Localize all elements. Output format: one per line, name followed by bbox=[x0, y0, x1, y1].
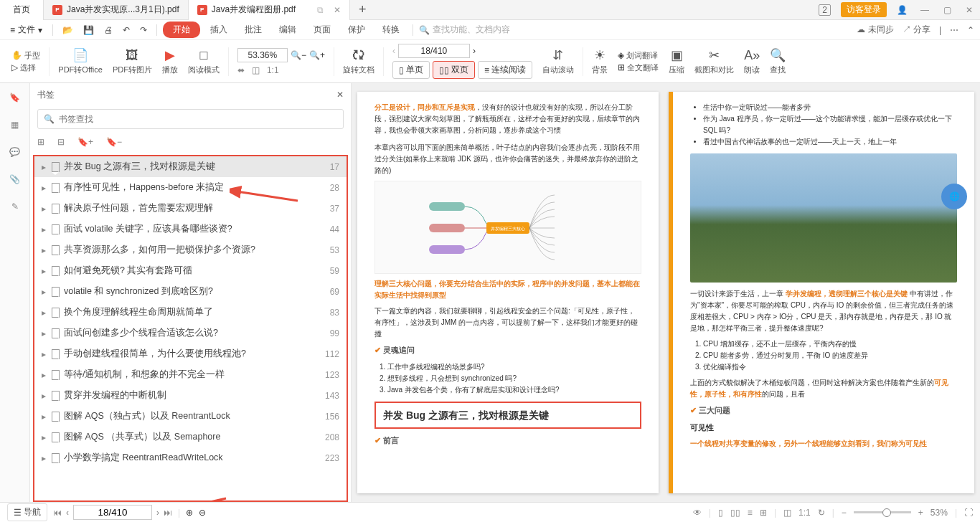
bookmark-search[interactable]: 🔍 bbox=[37, 109, 344, 129]
menu-annotate[interactable]: 批注 bbox=[237, 21, 269, 39]
bookmark-item[interactable]: ▸贯穿并发编程的中断机制143 bbox=[34, 385, 347, 406]
view-double-icon[interactable]: ▯▯ bbox=[730, 508, 740, 518]
menu-edit[interactable]: 编辑 bbox=[272, 21, 303, 39]
auto-scroll[interactable]: ⇵自动滚动 bbox=[538, 47, 578, 75]
view-single-icon[interactable]: ▯ bbox=[718, 508, 723, 518]
expand-icon[interactable]: ▸ bbox=[42, 266, 47, 276]
menu-protect[interactable]: 保护 bbox=[341, 21, 372, 39]
bookmark-item[interactable]: ▸手动创建线程很简单，为什么要使用线程池?112 bbox=[34, 343, 347, 364]
expand-icon[interactable]: ▸ bbox=[42, 453, 47, 463]
background[interactable]: ☀背景 bbox=[588, 47, 612, 75]
actual-size-icon[interactable]: 1:1 bbox=[267, 65, 279, 75]
collapse-ribbon-icon[interactable]: ⌃ bbox=[967, 25, 974, 35]
save-icon[interactable]: 💾 bbox=[80, 23, 98, 37]
undo-icon[interactable]: ↶ bbox=[119, 23, 133, 37]
expand-icon[interactable]: ▸ bbox=[42, 162, 47, 172]
zoom-out-icon[interactable]: 🔍− bbox=[291, 50, 306, 60]
expand-icon[interactable]: ▸ bbox=[42, 224, 47, 234]
eye-icon[interactable]: 👁 bbox=[693, 508, 702, 518]
tab-detach-icon[interactable]: ⧉ bbox=[317, 5, 324, 15]
expand-icon[interactable]: ▸ bbox=[42, 328, 47, 338]
add-page-icon[interactable]: ⊕ bbox=[186, 508, 193, 518]
double-page[interactable]: ▯▯ 双页 bbox=[433, 61, 475, 79]
pdf-to-image[interactable]: 🖼PDF转图片 bbox=[108, 48, 156, 75]
nav-toggle[interactable]: ☰ 导航 bbox=[7, 503, 47, 521]
read-aloud[interactable]: A»朗读 bbox=[740, 48, 764, 75]
expand-icon[interactable]: ▸ bbox=[42, 412, 47, 422]
rotate-doc[interactable]: 🗘旋转文档 bbox=[339, 48, 379, 75]
bookmark-item[interactable]: ▸等待/通知机制，和想象的并不完全一样123 bbox=[34, 364, 347, 385]
global-search[interactable]: 🔍 查找功能、文档内容 bbox=[419, 24, 510, 36]
word-translate[interactable]: ◈ 划词翻译 bbox=[618, 50, 659, 61]
bookmark-item[interactable]: ▸volatile 和 synchronized 到底啥区别?69 bbox=[34, 281, 347, 302]
find[interactable]: 🔍查找 bbox=[765, 47, 790, 75]
delete-bookmark-icon[interactable]: 🔖− bbox=[106, 137, 122, 147]
login-button[interactable]: 访客登录 bbox=[841, 2, 887, 17]
zoom-input[interactable]: 53.36% bbox=[237, 48, 288, 62]
bookmark-item[interactable]: ▸共享资源那么多，如何用一把锁保护多个资源?53 bbox=[34, 239, 347, 260]
menu-insert[interactable]: 插入 bbox=[203, 21, 235, 39]
collapse-all-icon[interactable]: ⊟ bbox=[57, 137, 65, 147]
minimize-icon[interactable]: — bbox=[913, 5, 936, 15]
add-bookmark-icon[interactable]: 🔖+ bbox=[77, 137, 93, 147]
zoom-value[interactable]: 53% bbox=[930, 508, 948, 518]
bookmark-item[interactable]: ▸小学数学搞定 ReentrantReadWriteLock223 bbox=[34, 447, 347, 468]
read-mode[interactable]: □阅读模式 bbox=[184, 48, 224, 75]
attachment-icon[interactable]: 📎 bbox=[6, 171, 24, 188]
zoom-in-icon[interactable]: + bbox=[918, 508, 923, 518]
single-page[interactable]: ▯ 单页 bbox=[392, 61, 430, 79]
bookmark-item[interactable]: ▸图解 AQS （共享式）以及 Semaphore208 bbox=[34, 427, 347, 447]
bookmark-item[interactable]: ▸并发 Bug 之源有三，找对根源是关键17 bbox=[34, 156, 347, 177]
play-button[interactable]: ▶播放 bbox=[158, 47, 182, 75]
thumbnail-icon[interactable]: ▦ bbox=[6, 116, 24, 133]
expand-icon[interactable]: ▸ bbox=[42, 370, 47, 380]
bookmark-item[interactable]: ▸面试问创建多少个线程合适该怎么说?99 bbox=[34, 323, 347, 343]
close-icon[interactable]: ✕ bbox=[334, 5, 341, 15]
expand-icon[interactable]: ▸ bbox=[42, 349, 47, 359]
avatar-icon[interactable]: 👤 bbox=[891, 0, 913, 20]
view-grid-icon[interactable]: ⊞ bbox=[760, 508, 767, 518]
continuous-read[interactable]: ≡ 连续阅读 bbox=[478, 61, 532, 79]
hand-tool[interactable]: ✋ 手型 bbox=[11, 50, 40, 61]
page-prev-icon[interactable]: ‹ bbox=[392, 46, 395, 56]
menu-page[interactable]: 页面 bbox=[306, 21, 338, 39]
open-icon[interactable]: 📂 bbox=[59, 23, 77, 37]
page-next-icon[interactable]: › bbox=[473, 46, 476, 56]
first-page-icon[interactable]: ⏮ bbox=[53, 508, 62, 518]
fit-icon[interactable]: ◫ bbox=[783, 508, 791, 518]
rotate-icon[interactable]: ↻ bbox=[818, 508, 825, 518]
tab-file-2[interactable]: P Java并发编程图册.pdf ⧉ ✕ bbox=[189, 0, 350, 20]
full-translate[interactable]: ⊞ 全文翻译 bbox=[618, 62, 659, 73]
next-page-icon[interactable]: › bbox=[156, 508, 159, 518]
fullscreen-icon[interactable]: ⛶ bbox=[964, 508, 973, 518]
remove-page-icon[interactable]: ⊖ bbox=[199, 508, 206, 518]
prev-page-icon[interactable]: ‹ bbox=[66, 508, 69, 518]
menu-start[interactable]: 开始 bbox=[163, 22, 200, 38]
select-tool[interactable]: ▷ 选择 bbox=[11, 62, 40, 73]
bookmark-item[interactable]: ▸面试 volatile 关键字，应该具备哪些谈资?44 bbox=[34, 219, 347, 239]
page-input-bottom[interactable] bbox=[73, 505, 152, 520]
expand-all-icon[interactable]: ⊞ bbox=[37, 137, 44, 147]
more-menu-icon[interactable]: ⋯ bbox=[950, 25, 958, 35]
expand-icon[interactable]: ▸ bbox=[42, 308, 47, 318]
page-number-input[interactable]: 18/410 bbox=[398, 44, 470, 58]
tab-home[interactable]: 首页 bbox=[0, 0, 44, 20]
zoom-out-icon[interactable]: − bbox=[842, 508, 847, 518]
zoom-in-icon[interactable]: 🔍+ bbox=[309, 50, 325, 60]
share-button[interactable]: ↗ 分享 bbox=[903, 24, 930, 36]
sync-status[interactable]: ☁ 未同步 bbox=[857, 24, 893, 36]
tab-add[interactable]: + bbox=[350, 2, 375, 17]
expand-icon[interactable]: ▸ bbox=[42, 391, 47, 401]
menu-button[interactable]: ≡ 文件 ▾ bbox=[6, 22, 47, 38]
translate-float-button[interactable]: 🌐 bbox=[941, 184, 967, 209]
bookmark-item[interactable]: ▸如何避免死锁? 其实有套路可循59 bbox=[34, 260, 347, 281]
tab-file-1[interactable]: P Java并发实现原...3月1日).pdf bbox=[44, 0, 189, 20]
screenshot-compare[interactable]: ✂截图和对比 bbox=[690, 47, 738, 75]
zoom-slider[interactable] bbox=[854, 511, 911, 513]
bookmark-item[interactable]: ▸换个角度理解线程生命周期就简单了83 bbox=[34, 302, 347, 323]
compress[interactable]: ▣压缩 bbox=[664, 47, 689, 75]
notification-badge[interactable]: 2 bbox=[813, 0, 837, 20]
print-icon[interactable]: 🖨 bbox=[100, 23, 116, 37]
redo-icon[interactable]: ↷ bbox=[136, 23, 151, 37]
maximize-icon[interactable]: ▢ bbox=[936, 5, 958, 15]
